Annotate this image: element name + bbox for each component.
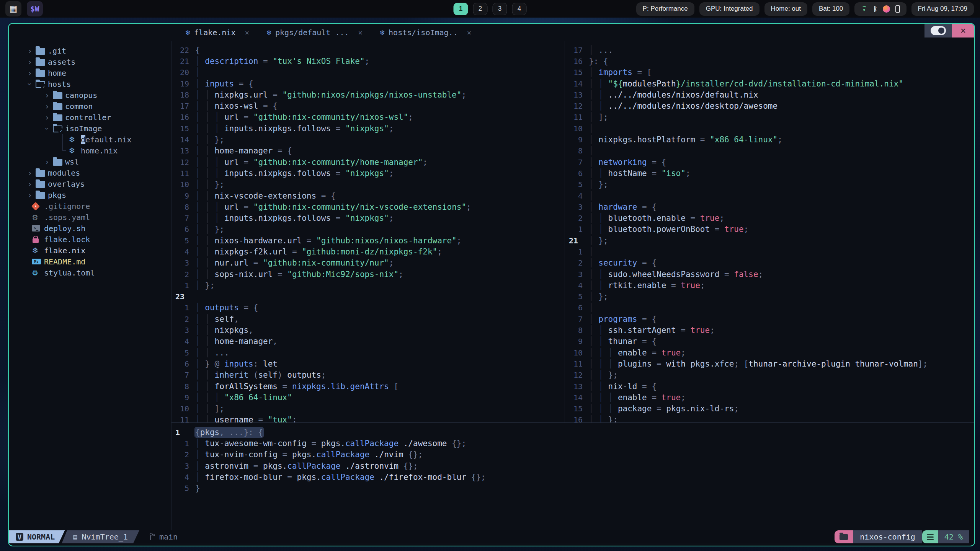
workspace-button-1[interactable]: 1 — [454, 3, 468, 15]
phone-icon[interactable] — [895, 5, 900, 13]
editor-pane-iso-default-nix[interactable]: 17│ ...16}: {15│ imports = [14│ │ "${mod… — [565, 41, 974, 422]
code-line[interactable]: 4│ │ home-manager, — [172, 336, 565, 347]
code-line[interactable]: 15│ imports = [ — [565, 67, 974, 78]
tab-close-icon[interactable]: × — [467, 28, 471, 37]
code-line[interactable]: 9│ │ nix-vscode-extensions = { — [172, 190, 565, 201]
code-line[interactable]: 3│ hardware = { — [565, 201, 974, 212]
code-line[interactable]: 2│ │ sops-nix.url = "github:Mic92/sops-n… — [172, 269, 565, 280]
tree-item-stylua-toml[interactable]: ⚙stylua.toml — [9, 267, 171, 278]
window-toggle-button[interactable] — [924, 24, 952, 37]
code-line[interactable]: 9│ │ thunar = { — [565, 336, 974, 347]
code-line[interactable]: 3│ │ sudo.wheelNeedsPassword = false; — [565, 269, 974, 280]
code-line[interactable]: 3│ astronvim = pkgs.callPackage ./astron… — [172, 460, 974, 471]
code-line[interactable]: 10│ │ ]; — [172, 403, 565, 414]
code-line[interactable]: 22{ — [172, 44, 565, 55]
code-line[interactable]: 1│ │ bluetooth.powerOnBoot = true; — [565, 224, 974, 235]
code-line[interactable]: 2│ tux-nvim-config = pkgs.callPackage ./… — [172, 449, 974, 460]
code-line[interactable]: 19│ inputs = { — [172, 78, 565, 89]
tab-pkgs-default-[interactable]: ❄pkgs/default ...× — [267, 28, 363, 37]
code-line[interactable]: 8│ — [565, 145, 974, 156]
code-line[interactable]: 15│ │ │ package = pkgs.nix-ld-rs; — [565, 403, 974, 414]
code-line[interactable]: 13│ │ nix-ld = { — [565, 381, 974, 392]
code-line[interactable]: 3│ │ nur.url = "github:nix-community/nur… — [172, 258, 565, 269]
tree-item-overlays[interactable]: ›overlays — [9, 178, 171, 189]
code-line[interactable]: 11│ │ │ inputs.nixpkgs.follows = "nixpkg… — [172, 168, 565, 179]
editor-pane-pkgs-default-nix[interactable]: 1{pkgs, ...}: {1│ tux-awesome-wm-config … — [172, 423, 974, 530]
workspace-button-3[interactable]: 3 — [493, 3, 507, 15]
code-line[interactable]: 12│ │ │ url = "github:nix-community/home… — [172, 156, 565, 168]
code-line[interactable]: 16│ │ │ url = "github:nix-community/nixo… — [172, 112, 565, 123]
code-line[interactable]: 12│ │ ../../modules/nixos/desktop/awesom… — [565, 100, 974, 111]
tree-item--gitignore[interactable]: .gitignore — [9, 201, 171, 212]
window-close-button[interactable]: × — [952, 24, 974, 37]
editor-pane-flake-nix[interactable]: 22{21│ description = "tux's NixOS Flake"… — [172, 41, 565, 422]
code-line[interactable]: 13│ │ ../../modules/nixos/default.nix — [565, 89, 974, 100]
code-line[interactable]: 7│ │ │ inputs.nixpkgs.follows = "nixpkgs… — [172, 212, 565, 223]
tree-item-assets[interactable]: ›assets — [9, 56, 171, 67]
code-line[interactable]: 2│ │ bluetooth.enable = true; — [565, 212, 974, 223]
chevron-right-icon[interactable]: › — [41, 102, 53, 111]
tree-item-home[interactable]: ›home — [9, 67, 171, 78]
tree-item-canopus[interactable]: ›canopus — [9, 90, 171, 101]
wm-logo-button[interactable]: $W — [27, 1, 43, 16]
code-line[interactable]: 13│ │ home-manager = { — [172, 145, 565, 156]
code-line[interactable]: 3│ │ nixpkgs, — [172, 324, 565, 336]
code-line[interactable]: 8│ │ │ url = "github:nix-community/nix-v… — [172, 201, 565, 212]
status-pill-0[interactable]: P: Performance — [636, 2, 694, 16]
code-line[interactable]: 14│ │ "${modulesPath}/installer/cd-dvd/i… — [565, 78, 974, 89]
cursor-code-line[interactable]: 23 — [172, 291, 565, 302]
code-line[interactable]: 11│ │ username = "tux"; — [172, 414, 565, 422]
chevron-right-icon[interactable]: › — [24, 191, 36, 199]
code-line[interactable]: 2│ security = { — [565, 258, 974, 269]
cursor-code-line[interactable]: 1{pkgs, ...}: { — [172, 427, 974, 438]
nvimtree-sidebar[interactable]: ›.git›assets›home›hosts›canopus›common›c… — [9, 41, 172, 530]
code-line[interactable]: 1│ outputs = { — [172, 302, 565, 313]
tree-item-flake-nix[interactable]: ❄flake.nix — [9, 245, 171, 256]
code-line[interactable]: 10│ │ }; — [172, 179, 565, 190]
code-line[interactable]: 5│ │ ... — [172, 347, 565, 358]
chevron-right-icon[interactable]: › — [24, 69, 36, 77]
chevron-down-icon[interactable]: › — [43, 123, 51, 134]
tree-item--git[interactable]: ›.git — [9, 45, 171, 56]
tab-flake-nix[interactable]: ❄flake.nix× — [186, 28, 249, 37]
tree-item-flake-lock[interactable]: flake.lock — [9, 234, 171, 245]
tree-item-default-nix[interactable]: ❄default.nix — [9, 134, 171, 145]
code-line[interactable]: 21│ description = "tux's NixOS Flake"; — [172, 55, 565, 67]
chevron-right-icon[interactable]: › — [24, 58, 36, 66]
code-line[interactable]: 6│ │ }; — [172, 224, 565, 235]
code-line[interactable]: 1│ tux-awesome-wm-config = pkgs.callPack… — [172, 438, 974, 449]
code-line[interactable]: 14│ │ }; — [172, 134, 565, 145]
code-line[interactable]: 5│ │ nixos-hardware.url = "github:nixos/… — [172, 235, 565, 246]
code-line[interactable]: 12│ │ }; — [565, 370, 974, 381]
workspace-button-2[interactable]: 2 — [473, 3, 488, 15]
code-line[interactable]: 15│ │ │ inputs.nixpkgs.follows = "nixpkg… — [172, 123, 565, 134]
code-line[interactable]: 11│ │ │ plugins = with pkgs.xfce; [thuna… — [565, 358, 974, 369]
code-line[interactable]: 10│ — [565, 123, 974, 134]
code-line[interactable]: 7│ networking = { — [565, 156, 974, 168]
chevron-right-icon[interactable]: › — [41, 158, 53, 166]
code-line[interactable]: 10│ │ │ enable = true; — [565, 347, 974, 358]
chevron-right-icon[interactable]: › — [24, 47, 36, 55]
chevron-down-icon[interactable]: › — [26, 78, 34, 90]
tree-item-deploy-sh[interactable]: >_deploy.sh — [9, 223, 171, 234]
code-line[interactable]: 18│ │ nixpkgs.url = "github:nixos/nixpkg… — [172, 89, 565, 100]
tree-item--sops-yaml[interactable]: ⚙.sops.yaml — [9, 212, 171, 223]
tree-item-common[interactable]: ›common — [9, 101, 171, 112]
code-line[interactable]: 6│ │ hostName = "iso"; — [565, 168, 974, 179]
code-line[interactable]: 4│ firefox-mod-blur = pkgs.callPackage .… — [172, 471, 974, 483]
workspace-button-4[interactable]: 4 — [512, 3, 527, 15]
cursor-code-line[interactable]: 21│ }; — [565, 235, 974, 246]
code-line[interactable]: 7│ programs = { — [565, 313, 974, 324]
tree-item-controller[interactable]: ›controller — [9, 112, 171, 123]
code-line[interactable]: 16│ │ }; — [565, 414, 974, 422]
code-line[interactable]: 7│ │ inherit (self) outputs; — [172, 370, 565, 381]
code-line[interactable]: 17│ │ nixos-wsl = { — [172, 100, 565, 111]
tree-item-isoImage[interactable]: ›isoImage — [9, 123, 171, 134]
flame-icon[interactable] — [883, 5, 890, 13]
tree-item-wsl[interactable]: ›wsl — [9, 156, 171, 167]
code-line[interactable]: 1│ }; — [172, 280, 565, 291]
code-line[interactable]: 9│ nixpkgs.hostPlatform = "x86_64-linux"… — [565, 134, 974, 145]
code-line[interactable]: 5│ }; — [565, 179, 974, 190]
code-line[interactable]: 2│ │ self, — [172, 313, 565, 324]
tree-item-pkgs[interactable]: ›pkgs — [9, 189, 171, 201]
